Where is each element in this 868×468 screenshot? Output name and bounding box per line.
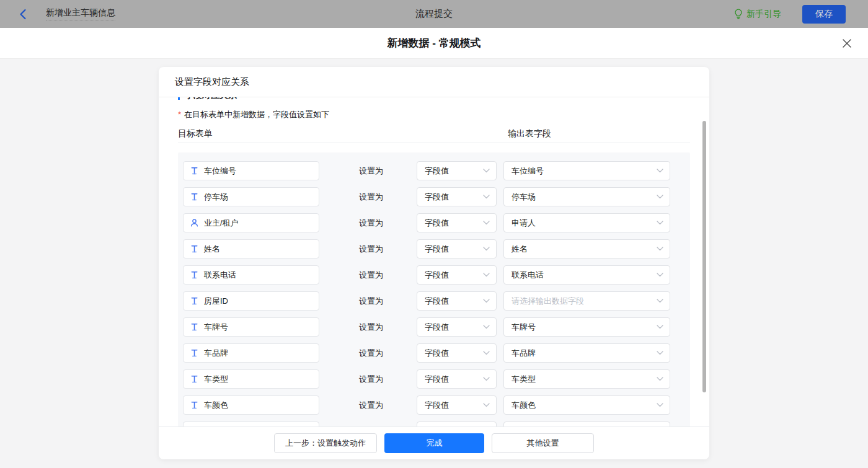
output-field-select[interactable]: 车牌号	[503, 317, 670, 337]
set-as-label: 设置为	[359, 192, 384, 203]
scrollbar-thumb[interactable]	[702, 121, 706, 392]
target-field-label: 车品牌	[204, 348, 228, 359]
mapping-row: 姓名 设置为 字段值 姓名	[183, 239, 685, 258]
panel-footer: 上一步：设置触发动作 完成 其他设置	[159, 426, 709, 459]
mapping-row: 业主/租户 设置为 字段值 申请人	[183, 213, 685, 232]
beginner-guide-button[interactable]: 新手引导	[734, 9, 781, 20]
mapping-row: 车类型 设置为 字段值 车类型	[183, 369, 685, 389]
output-field-select[interactable]: 停车场	[503, 187, 670, 206]
set-as-label: 设置为	[359, 400, 384, 411]
output-field-select[interactable]: 联系电话	[503, 265, 670, 285]
output-field-select[interactable]: 车位编号	[503, 161, 670, 180]
target-field-box: 车牌号	[183, 317, 319, 337]
modal-body: 设置字段对应关系 字段对应关系 *在目标表单中新增数据，字段值设置如下 目标表单…	[0, 67, 868, 468]
chevron-down-icon	[483, 351, 490, 355]
section-marker-bar	[178, 97, 180, 100]
value-type-select[interactable]: 字段值	[417, 343, 497, 363]
set-as-label: 设置为	[359, 348, 384, 359]
target-field-label: 车颜色	[204, 400, 228, 411]
close-icon[interactable]	[842, 38, 852, 48]
value-type-select-label: 字段值	[425, 296, 449, 307]
section-title-clipped: 字段对应关系	[178, 97, 690, 102]
save-button[interactable]: 保存	[802, 5, 846, 24]
chevron-down-icon	[657, 273, 663, 277]
mapping-row: 车颜色 设置为 字段值 车颜色	[183, 395, 685, 415]
chevron-down-icon	[657, 247, 663, 251]
output-field-select-label: 申请人	[512, 218, 536, 229]
value-type-select-label: 字段值	[425, 400, 449, 411]
back-button[interactable]	[19, 9, 27, 20]
chevron-down-icon	[483, 195, 490, 199]
text-field-icon	[190, 244, 199, 254]
finish-button[interactable]: 完成	[384, 433, 484, 453]
chevron-down-icon	[483, 273, 490, 277]
target-field-box: 停车场	[183, 187, 319, 206]
output-field-select-label: 车颜色	[512, 400, 536, 411]
output-field-select[interactable]: 请选择输出数据字段	[503, 291, 670, 311]
chevron-down-icon	[483, 221, 490, 225]
output-field-select[interactable]: 申请人	[503, 213, 670, 232]
target-field-box: 车位编号	[183, 161, 319, 180]
set-as-label: 设置为	[359, 218, 384, 229]
required-asterisk: *	[178, 110, 181, 119]
value-type-select-label: 字段值	[425, 374, 449, 385]
set-as-label: 设置为	[359, 296, 384, 307]
lightbulb-icon	[734, 9, 743, 19]
text-field-icon	[190, 296, 199, 306]
prev-step-button[interactable]: 上一步：设置触发动作	[274, 433, 377, 453]
text-field-icon	[190, 322, 199, 332]
target-field-box: 车类型	[183, 369, 319, 389]
target-field-label: 姓名	[204, 244, 220, 255]
column-target-form: 目标表单	[178, 128, 508, 139]
output-field-select[interactable]: 车颜色	[503, 395, 670, 415]
target-field-label: 车位编号	[204, 166, 236, 177]
value-type-select[interactable]: 字段值	[417, 265, 497, 285]
workflow-title[interactable]: 新增业主车辆信息	[46, 7, 115, 21]
output-field-select[interactable]	[503, 422, 670, 426]
target-field-label: 联系电话	[204, 270, 236, 281]
output-field-select[interactable]: 姓名	[503, 239, 670, 258]
value-type-select[interactable]: 字段值	[417, 317, 497, 337]
output-field-select-label: 车品牌	[512, 348, 536, 359]
value-type-select[interactable]: 字段值	[417, 395, 497, 415]
header-divider	[178, 143, 690, 143]
output-field-select[interactable]: 车品牌	[503, 343, 670, 363]
value-type-select[interactable]: 字段值	[417, 187, 497, 206]
value-type-select[interactable]: 字段值	[417, 291, 497, 311]
chevron-down-icon	[657, 325, 663, 329]
target-field-box: 业主/租户	[183, 213, 319, 232]
column-headers: 目标表单 输出表字段	[178, 128, 690, 139]
text-field-icon	[190, 400, 199, 410]
chevron-down-icon	[657, 299, 663, 303]
chevron-down-icon	[483, 325, 490, 329]
value-type-select-label: 字段值	[425, 218, 449, 229]
output-field-select-label: 车位编号	[512, 166, 544, 177]
target-field-label: 停车场	[204, 192, 228, 203]
beginner-guide-label: 新手引导	[746, 9, 781, 20]
output-field-select-label: 车牌号	[512, 322, 536, 333]
output-field-select-label: 车类型	[512, 374, 536, 385]
output-field-select[interactable]: 车类型	[503, 369, 670, 389]
text-field-icon	[190, 192, 199, 201]
value-type-select[interactable]: 字段值	[417, 161, 497, 180]
chevron-down-icon	[657, 377, 663, 381]
mapping-row: 房屋ID 设置为 字段值 请选择输出数据字段	[183, 291, 685, 311]
mapping-row: 车牌号 设置为 字段值 车牌号	[183, 317, 685, 337]
target-field-label: 车牌号	[204, 322, 228, 333]
modal-title: 新增数据 - 常规模式	[387, 36, 480, 50]
value-type-select[interactable]	[417, 422, 497, 426]
value-type-select-label: 字段值	[425, 244, 449, 255]
other-settings-button[interactable]: 其他设置	[492, 433, 594, 453]
mapping-row	[183, 422, 685, 426]
mapping-row: 联系电话 设置为 字段值 联系电话	[183, 265, 685, 285]
value-type-select-label: 字段值	[425, 322, 449, 333]
panel-scroll-area: 字段对应关系 *在目标表单中新增数据，字段值设置如下 目标表单 输出表字段 车位…	[159, 97, 709, 426]
value-type-select[interactable]: 字段值	[417, 239, 497, 258]
mapping-row: 车位编号 设置为 字段值 车位编号	[183, 161, 685, 180]
set-as-label: 设置为	[359, 166, 384, 177]
output-field-select-label: 停车场	[512, 192, 536, 203]
chevron-down-icon	[657, 169, 663, 173]
mapping-rows: 车位编号 设置为 字段值 车位编号 停车场 设置为 字段值	[178, 152, 690, 426]
value-type-select[interactable]: 字段值	[417, 369, 497, 389]
value-type-select[interactable]: 字段值	[417, 213, 497, 232]
